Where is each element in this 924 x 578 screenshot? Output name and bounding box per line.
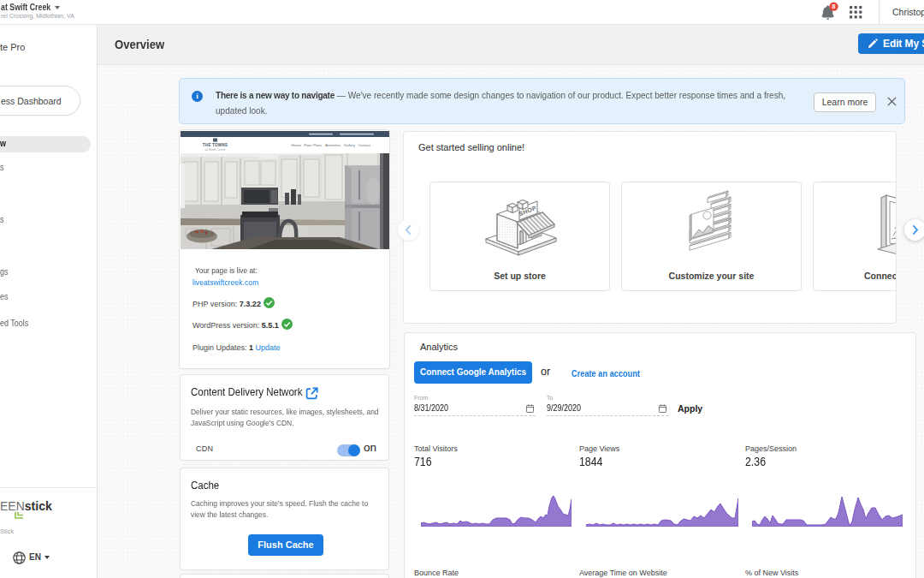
svg-text:THE TOWNS: THE TOWNS [203,143,228,147]
svg-text:at Swift Creek: at Swift Creek [205,148,227,152]
svg-text:8: 8 [832,3,836,9]
svg-text:Home Floor Plans Amenities: Home Floor Plans Amenities Gallery Conta… [292,143,371,147]
